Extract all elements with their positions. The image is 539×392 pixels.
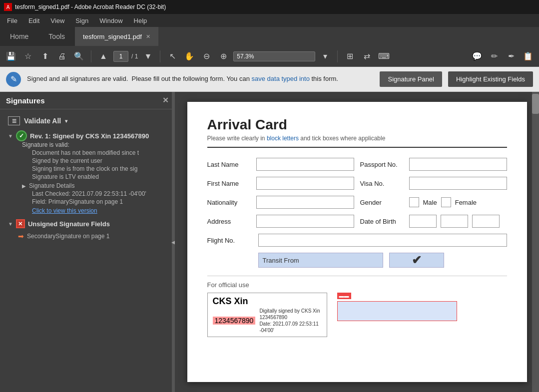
sidebar-content: ☰ Validate All ▾ ▼ ✓ Rev. 1: Signed by C…: [0, 109, 175, 392]
resize-arrow-icon: ◀: [171, 239, 175, 246]
tab-active-label: tesform_signed1.pdf: [83, 33, 142, 40]
fit-page-button[interactable]: ⊞: [343, 49, 357, 63]
secondary-sig-icon: ➡: [18, 232, 24, 240]
sig-details-toggle[interactable]: ▶ Signature Details: [8, 180, 167, 189]
address-col: Address: [207, 215, 354, 228]
tab-tools[interactable]: Tools: [38, 27, 75, 46]
form-subtitle: Please write clearly in block letters an…: [207, 135, 507, 148]
save-button[interactable]: 💾: [4, 49, 18, 63]
transit-label: Transit From: [263, 257, 299, 264]
nationality-label: Nationality: [207, 199, 252, 206]
first-name-col: First Name: [207, 177, 354, 190]
visa-col: Visa No.: [360, 177, 507, 190]
scrollbar[interactable]: [532, 92, 539, 392]
first-name-input[interactable]: [256, 177, 354, 190]
sig-field-label: Field: PrimarySignature on page 1: [8, 197, 167, 205]
form-row-firstname: First Name Visa No.: [207, 177, 507, 190]
rotate-button[interactable]: ⇄: [360, 49, 374, 63]
sidebar-close-button[interactable]: ✕: [162, 96, 169, 105]
menu-window[interactable]: Window: [94, 16, 127, 25]
print-button[interactable]: 🖨: [55, 49, 69, 63]
secondary-sig-box[interactable]: [337, 301, 457, 321]
page-number-input[interactable]: [113, 51, 128, 62]
scroll-thumb[interactable]: [532, 94, 539, 114]
male-checkbox[interactable]: [409, 197, 419, 207]
form-row-transit: Transit From ✔: [207, 253, 507, 268]
visa-input[interactable]: [409, 177, 507, 190]
sig-valid-icon: ✓: [16, 130, 27, 141]
signature-panel-button[interactable]: Signature Panel: [380, 71, 442, 87]
sidebar-header: Signatures ✕: [0, 92, 175, 109]
zoom-in-button[interactable]: ⊕: [216, 49, 230, 63]
sig-detail-1: Document has not been modified since t: [8, 148, 167, 156]
secondary-sig-entry[interactable]: ➡ SecondarySignature on page 1: [4, 231, 171, 240]
male-label: Male: [423, 199, 437, 206]
passport-col: Passport No.: [360, 158, 507, 171]
flight-label: Flight No.: [207, 237, 252, 244]
notification-bar: ✎ Signed and all signatures are valid. P…: [0, 67, 539, 92]
sig-collapse-icon: ▼: [8, 133, 13, 139]
form-button[interactable]: 📋: [521, 49, 535, 63]
sig-click-view-link[interactable]: Click to view this version: [8, 205, 167, 214]
zoom-out-toolbar-button[interactable]: 🔍: [72, 49, 86, 63]
hand-tool-button[interactable]: ✋: [182, 49, 196, 63]
dob-label: Date of Birth: [360, 218, 405, 225]
menu-file[interactable]: File: [2, 16, 22, 25]
edit-button[interactable]: ✒: [504, 49, 518, 63]
dob-day-input[interactable]: [409, 215, 437, 228]
next-page-button[interactable]: ▼: [141, 49, 155, 63]
tab-home[interactable]: Home: [0, 27, 38, 46]
comment-button[interactable]: 💬: [470, 49, 484, 63]
transit-field[interactable]: Transit From: [258, 253, 383, 268]
prev-page-button[interactable]: ▲: [96, 49, 110, 63]
sig-name-row: CKS Xin: [213, 296, 322, 307]
dob-month-input[interactable]: [441, 215, 468, 228]
female-checkbox[interactable]: [441, 197, 451, 207]
highlight-fields-button[interactable]: Highlight Existing Fields: [448, 71, 533, 87]
last-name-input[interactable]: [256, 158, 354, 171]
nationality-input[interactable]: [256, 196, 354, 209]
validate-dropdown-icon[interactable]: ▾: [65, 118, 67, 124]
first-name-label: First Name: [207, 180, 252, 187]
bookmark-button[interactable]: ☆: [21, 49, 35, 63]
form-row-nationality: Nationality Gender Male Female: [207, 196, 507, 209]
form-row-address: Address Date of Birth: [207, 215, 507, 228]
flight-input[interactable]: [258, 234, 507, 247]
keyboard-button[interactable]: ⌨: [377, 49, 391, 63]
menu-view[interactable]: View: [45, 16, 69, 25]
dob-year-input[interactable]: [472, 215, 500, 228]
tab-home-label: Home: [10, 32, 28, 40]
signature-entry-1: ▼ ✓ Rev. 1: Signed by CKS Xin 1234567890…: [4, 128, 171, 216]
last-name-label: Last Name: [207, 161, 252, 168]
address-input[interactable]: [256, 215, 354, 228]
separator-3: [337, 50, 338, 62]
address-label: Address: [207, 218, 252, 225]
unsigned-collapse-icon: ▼: [8, 221, 13, 227]
menu-sign[interactable]: Sign: [70, 16, 93, 25]
tab-active-doc[interactable]: tesform_signed1.pdf ✕: [75, 27, 158, 46]
gender-options: Male Female: [409, 197, 477, 207]
menu-help[interactable]: Help: [129, 16, 152, 25]
pdf-page: Arrival Card Please write clearly in blo…: [187, 102, 527, 382]
passport-input[interactable]: [409, 158, 507, 171]
tab-close-button[interactable]: ✕: [146, 33, 150, 40]
menu-edit[interactable]: Edit: [23, 16, 44, 25]
window-title: tesform_signed1.pdf - Adobe Acrobat Read…: [15, 3, 166, 10]
checkmark-value: ✔: [412, 253, 422, 267]
pen-button[interactable]: ✏: [487, 49, 501, 63]
validate-all-button[interactable]: ☰ Validate All ▾: [4, 113, 171, 128]
cursor-tool-button[interactable]: ↖: [165, 49, 179, 63]
signature-box: CKS Xin 1234567890 Digitally signed by C…: [207, 293, 327, 337]
checkmark-field[interactable]: ✔: [389, 253, 444, 268]
zoom-out-button[interactable]: ⊖: [199, 49, 213, 63]
sig-rev-1-toggle[interactable]: ▼ ✓ Rev. 1: Signed by CKS Xin 1234567890: [8, 130, 167, 141]
female-label: Female: [455, 199, 477, 206]
zoom-dropdown-button[interactable]: ▾: [318, 49, 332, 63]
notification-text: Signed and all signatures are valid. Ple…: [27, 74, 374, 83]
unsigned-section[interactable]: ▼ ✕ Unsigned Signature Fields: [4, 216, 171, 231]
gender-col: Gender Male Female: [360, 197, 507, 207]
validate-all-label: Validate All: [24, 117, 61, 125]
sidebar: Signatures ✕ ☰ Validate All ▾ ▼ ✓ Rev. 1…: [0, 92, 175, 392]
upload-button[interactable]: ⬆: [38, 49, 52, 63]
zoom-level-input[interactable]: [233, 51, 315, 61]
